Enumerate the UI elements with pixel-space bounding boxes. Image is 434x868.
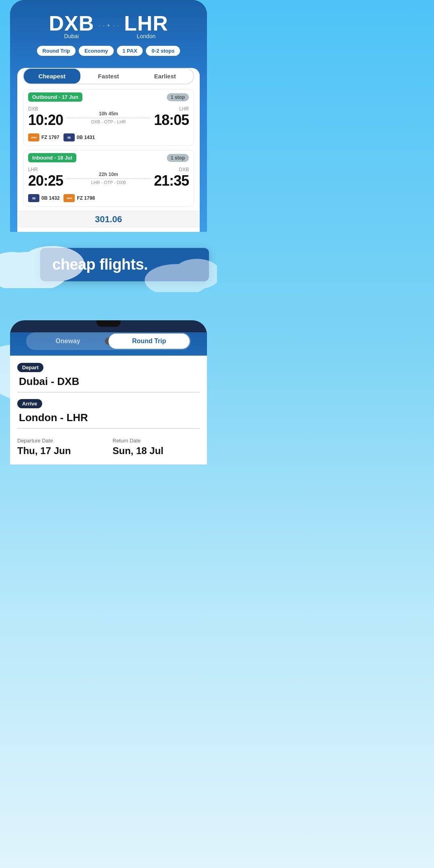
outbound-label: Outbound - 17 Jun [28,92,82,102]
inbound-airline-1: 0B 0B 1432 [28,194,59,202]
pax-pill[interactable]: 1 PAX [117,46,143,56]
middle-section: cheap flights. [0,232,217,320]
inbound-flight-1: 0B 1432 [41,195,59,201]
outbound-times: DXB 10:20 10h 45m DXB - OTP - LHR LHR 18… [23,104,194,131]
outbound-airline-1: dubai FZ 1797 [28,133,59,141]
dubai-logo-1: dubai [28,133,39,141]
cloud-left [0,240,100,288]
bottom-section: Oneway Round Trip Depart Dubai - DXB [0,320,217,473]
outbound-flight-2: 0B 1431 [77,135,95,140]
phone-mockup-bottom: Oneway Round Trip Depart Dubai - DXB [10,320,207,465]
dubai-logo-2: dubai [63,194,75,202]
outbound-duration: 10h 45m [66,111,151,117]
departure-date-value[interactable]: Thu, 17 Jun [17,445,104,457]
inbound-header: Inbound - 18 Jul 1 stop [23,150,194,165]
outbound-airline-2: 0B 0B 1431 [63,133,95,141]
return-date-label: Return Date [113,438,200,444]
depart-field[interactable]: Depart Dubai - DXB [17,363,200,393]
return-date-value[interactable]: Sun, 18 Jul [113,445,200,457]
outbound-flight-1: FZ 1797 [41,135,59,140]
depart-value[interactable]: Dubai - DXB [17,375,200,393]
inbound-duration-block: 22h 10m LHR - OTP - DXB [63,172,154,185]
outbound-header: Outbound - 17 Jun 1 stop [23,90,194,104]
phone-notch [96,320,121,327]
phone-mockup-top: DXB Dubai - - ✈ - - LHR London Round Tri… [10,0,207,232]
tab-cheapest[interactable]: Cheapest [24,69,80,84]
return-date-block[interactable]: Return Date Sun, 18 Jul [113,438,200,457]
search-form: Depart Dubai - DXB Arrive London - LHR D… [10,356,207,465]
outbound-from: DXB [28,106,63,112]
inbound-stop-badge: 1 stop [167,154,189,162]
inbound-from: LHR [28,167,63,172]
results-card: Cheapest Fastest Earliest Outbound - 17 … [17,68,200,232]
plane-icon: - - ✈ - - [99,23,119,28]
inbound-arrive: 21:35 [154,172,189,189]
outbound-arrive: 18:05 [154,112,189,129]
tab-fastest[interactable]: Fastest [80,69,137,84]
inbound-duration: 22h 10m [66,172,151,177]
outbound-depart: 10:20 [28,112,63,129]
inbound-flight-2: FZ 1798 [77,195,95,201]
inbound-airlines: 0B 0B 1432 dubai FZ 1798 [23,192,194,206]
outbound-route: DXB - OTP - LHR [66,119,151,124]
round-trip-pill[interactable]: Round Trip [37,46,76,56]
arrive-field[interactable]: Arrive London - LHR [17,399,200,429]
blue-logo-1: 0B [63,133,75,141]
departure-date-block[interactable]: Departure Date Thu, 17 Jun [17,438,104,457]
outbound-to: LHR [154,106,189,112]
departure-date-label: Departure Date [17,438,104,444]
stops-pill[interactable]: 0-2 stops [146,46,180,56]
arrive-label: Arrive [17,399,42,408]
date-row: Departure Date Thu, 17 Jun Return Date S… [17,435,200,457]
inbound-label: Inbound - 18 Jul [28,153,76,162]
outbound-segment[interactable]: Outbound - 17 Jun 1 stop DXB 10:20 10h 4… [23,89,194,146]
origin-code: DXB [49,11,94,35]
cabin-pill[interactable]: Economy [79,46,114,56]
inbound-depart: 20:25 [28,172,63,189]
filter-pills: Round Trip Economy 1 PAX 0-2 stops [17,42,200,62]
inbound-to: DXB [154,167,189,172]
outbound-airlines: dubai FZ 1797 0B 0B 1431 [23,131,194,145]
inbound-segment[interactable]: Inbound - 18 Jul 1 stop LHR 20:25 22h 10… [23,150,194,207]
phone-screen-bottom: Oneway Round Trip Depart Dubai - DXB [10,332,207,465]
inbound-airline-2: dubai FZ 1798 [63,194,95,202]
blue-logo-2: 0B [28,194,39,202]
arrive-value[interactable]: London - LHR [17,411,200,429]
outbound-stop-badge: 1 stop [167,93,189,101]
inbound-times: LHR 20:25 22h 10m LHR - OTP - DXB DXB 21… [23,165,194,192]
oneway-option[interactable]: Oneway [27,334,108,349]
price-value: 301.06 [95,214,122,224]
tab-earliest[interactable]: Earliest [137,69,193,84]
depart-label: Depart [17,363,43,372]
dest-code: LHR [124,11,168,35]
round-trip-option[interactable]: Round Trip [108,334,190,349]
price-bar: 301.06 [17,211,200,228]
cloud-right [145,252,217,292]
sort-tabs: Cheapest Fastest Earliest [23,68,194,84]
trip-toggle[interactable]: Oneway Round Trip [26,332,191,350]
outbound-duration-block: 10h 45m DXB - OTP - LHR [63,111,154,124]
inbound-route: LHR - OTP - DXB [66,180,151,185]
route-header: DXB Dubai - - ✈ - - LHR London [17,7,200,42]
